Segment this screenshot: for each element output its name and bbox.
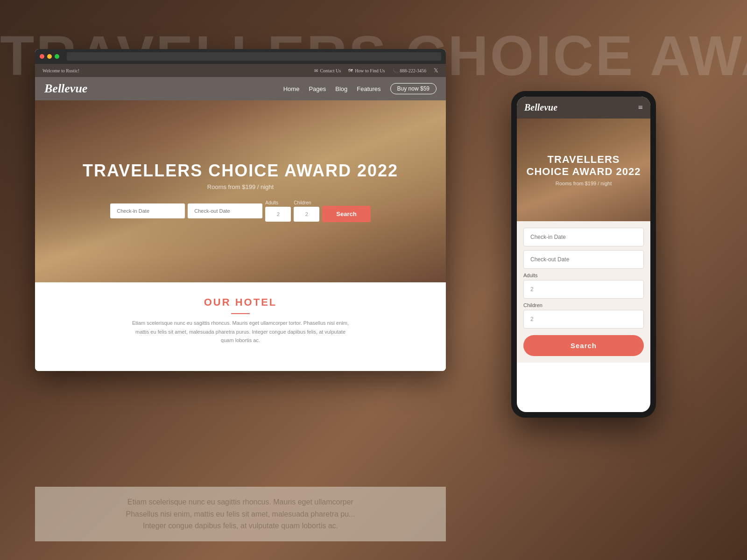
checkout-group	[188, 203, 262, 218]
hamburger-icon[interactable]: ≡	[638, 103, 643, 112]
hero-content: TRAVELLERS CHOICE AWARD 2022 Rooms from …	[83, 161, 398, 190]
hotel-website: Welcome to Rustic! Contact Us How to Fin…	[35, 64, 446, 371]
hero-section: TRAVELLERS CHOICE AWARD 2022 Rooms from …	[35, 100, 446, 282]
browser-dot-yellow	[47, 54, 52, 59]
section-body: Etiam scelerisque nunc eu sagittis rhonc…	[128, 319, 352, 345]
mobile-search-button[interactable]: Search	[523, 335, 644, 356]
mobile-hero-title: TRAVELLERS CHOICE AWARD 2022	[526, 154, 641, 178]
faded-line1: Etiam scelerisque nunc eu sagittis rhonc…	[44, 496, 437, 508]
mobile-hero: TRAVELLERS CHOICE AWARD 2022 Rooms from …	[517, 119, 650, 221]
adults-group: Adults	[265, 200, 291, 222]
site-logo: Bellevue	[44, 82, 87, 96]
phone-icon	[392, 68, 398, 73]
mobile-checkout-input[interactable]	[523, 250, 644, 269]
children-input[interactable]	[294, 207, 319, 222]
section-divider	[231, 313, 250, 314]
nav-pages[interactable]: Pages	[309, 85, 326, 92]
browser-dot-red	[40, 54, 44, 59]
mobile-form: Adults Children Search	[517, 221, 650, 363]
nav-blog[interactable]: Blog	[335, 85, 347, 92]
hero-subtitle: Rooms from $199 / night	[83, 183, 398, 190]
faded-line3: Integer congue dapibus felis, at vulputa…	[44, 520, 437, 532]
find-us-link[interactable]: How to Find Us	[348, 68, 385, 73]
mobile-adults-input[interactable]	[523, 280, 644, 299]
mobile-adults-label: Adults	[523, 273, 644, 278]
hero-background	[35, 100, 446, 282]
phone-link[interactable]: 888-222-3456	[392, 68, 426, 73]
hotel-content-section: OUR HOTEL Etiam scelerisque nunc eu sagi…	[35, 282, 446, 371]
mobile-mockup: Bellevue ≡ TRAVELLERS CHOICE AWARD 2022 …	[511, 91, 656, 418]
checkin-group	[110, 203, 185, 218]
faded-section: Etiam scelerisque nunc eu sagittis rhonc…	[35, 487, 446, 541]
adults-input[interactable]	[265, 207, 291, 222]
welcome-text: Welcome to Rustic!	[42, 68, 79, 73]
map-icon	[348, 68, 353, 73]
desktop-search-button[interactable]: Search	[322, 206, 370, 222]
children-label: Children	[294, 200, 311, 205]
contact-link[interactable]: Contact Us	[314, 68, 341, 73]
children-group: Children	[294, 200, 319, 222]
mobile-children-label: Children	[523, 302, 644, 308]
utility-right: Contact Us How to Find Us 888-222-3456	[314, 67, 438, 74]
mobile-checkin-input[interactable]	[523, 228, 644, 246]
browser-chrome	[35, 49, 446, 64]
address-bar	[67, 52, 441, 61]
adults-label: Adults	[265, 200, 278, 205]
nav-home[interactable]: Home	[283, 85, 300, 92]
mobile-hero-subtitle: Rooms from $199 / night	[556, 181, 612, 186]
browser-dot-green	[55, 54, 59, 59]
desktop-search-form: Adults Children Search	[110, 200, 370, 222]
mobile-header: Bellevue ≡	[517, 97, 650, 119]
mobile-logo: Bellevue	[524, 102, 557, 113]
hero-title: TRAVELLERS CHOICE AWARD 2022	[83, 161, 398, 181]
mail-icon	[314, 68, 318, 73]
nav-features[interactable]: Features	[357, 85, 381, 92]
nav-links: Home Pages Blog Features Buy now $59	[283, 83, 437, 94]
navigation-bar: Bellevue Home Pages Blog Features Buy no…	[35, 77, 446, 100]
faded-line2: Phasellus nisi enim, mattis eu felis sit…	[44, 508, 437, 520]
mobile-screen: Bellevue ≡ TRAVELLERS CHOICE AWARD 2022 …	[517, 97, 650, 412]
buy-button[interactable]: Buy now $59	[390, 83, 437, 94]
utility-bar: Welcome to Rustic! Contact Us How to Fin…	[35, 64, 446, 77]
mobile-children-input[interactable]	[523, 310, 644, 329]
twitter-icon[interactable]	[434, 67, 438, 74]
checkin-input[interactable]	[110, 203, 185, 218]
section-title: OUR HOTEL	[44, 296, 437, 308]
checkout-input[interactable]	[188, 203, 262, 218]
desktop-mockup: Welcome to Rustic! Contact Us How to Fin…	[35, 49, 446, 371]
